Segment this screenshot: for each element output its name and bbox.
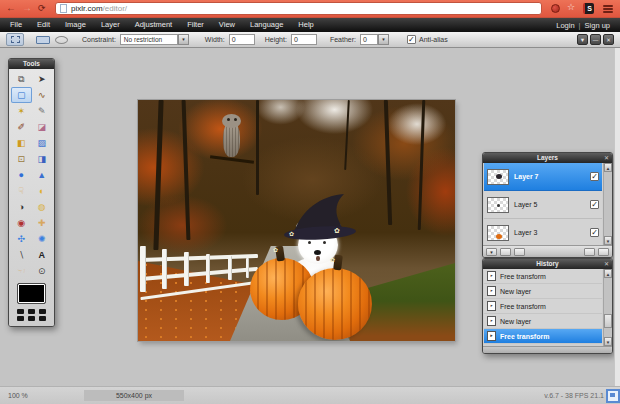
- toolbar-collapse-icon[interactable]: ▼: [577, 34, 588, 45]
- tool-dodge[interactable]: ◐: [32, 183, 53, 199]
- canvas-image[interactable]: ✿ ✿ ✿ ✿: [138, 100, 455, 341]
- layer-settings-button[interactable]: ▼: [486, 248, 497, 256]
- tool-clone-stamp[interactable]: ⊡: [11, 151, 32, 167]
- feather-dropdown-icon[interactable]: ▼: [378, 34, 389, 45]
- width-input[interactable]: 0: [229, 34, 255, 45]
- toolbar-minimize-icon[interactable]: —: [590, 34, 601, 45]
- feather-input[interactable]: 0: [360, 34, 378, 45]
- height-input[interactable]: 0: [291, 34, 317, 45]
- layer-visibility-checkbox[interactable]: ✓: [590, 200, 599, 209]
- layer-row[interactable]: Layer 5✓: [484, 191, 602, 219]
- sharpen-icon: ▲: [37, 171, 46, 180]
- tool-zoom[interactable]: ⊙: [32, 263, 53, 279]
- tool-spot-heal[interactable]: ✚: [32, 215, 53, 231]
- history-step[interactable]: ‣New layer: [484, 314, 602, 329]
- menu-layer[interactable]: Layer: [101, 18, 120, 32]
- menu-file[interactable]: File: [10, 18, 22, 32]
- tool-sponge[interactable]: ◍: [32, 199, 53, 215]
- layer-thumbnail[interactable]: [487, 197, 509, 213]
- tool-marquee[interactable]: ▢: [11, 87, 32, 103]
- tool-color-replace[interactable]: ◨: [32, 151, 53, 167]
- tool-brush[interactable]: ✐: [11, 119, 32, 135]
- extension-icon[interactable]: S: [583, 3, 594, 14]
- constraint-select[interactable]: No restriction: [120, 34, 178, 45]
- history-step-label: Free transform: [500, 333, 549, 340]
- tool-gradient[interactable]: ▨: [32, 135, 53, 151]
- menu-adjustment[interactable]: Adjustment: [135, 18, 173, 32]
- owl-eye: [227, 118, 230, 121]
- constraint-dropdown-icon[interactable]: ▼: [178, 34, 189, 45]
- move-icon: ➤: [38, 75, 46, 84]
- layers-scrollbar[interactable]: ▲ ▼: [603, 163, 612, 245]
- scrollbar-thumb[interactable]: [604, 314, 612, 328]
- tool-move[interactable]: ➤: [32, 71, 53, 87]
- layer-thumbnail[interactable]: [487, 225, 509, 241]
- tool-colorpicker[interactable]: ∖: [11, 247, 32, 263]
- tool-sharpen[interactable]: ▲: [32, 167, 53, 183]
- tool-paint-bucket[interactable]: ◧: [11, 135, 32, 151]
- history-step[interactable]: ‣Free transform: [484, 329, 602, 344]
- menu-image[interactable]: Image: [65, 18, 86, 32]
- current-tool-marquee-button[interactable]: [6, 33, 24, 46]
- signup-link[interactable]: Sign up: [585, 21, 610, 30]
- browser-back-icon[interactable]: ←: [6, 1, 16, 15]
- menu-language[interactable]: Language: [250, 18, 283, 32]
- layer-row[interactable]: Layer 3✓: [484, 219, 602, 247]
- history-step[interactable]: ‣New layer: [484, 284, 602, 299]
- scroll-up-icon[interactable]: ▲: [604, 269, 612, 278]
- history-step[interactable]: ‣Free transform: [484, 269, 602, 284]
- page-scrollbar[interactable]: [614, 48, 620, 386]
- fence-post: [228, 256, 232, 280]
- tool-blur[interactable]: ●: [11, 167, 32, 183]
- ellipse-shape-button[interactable]: [55, 36, 68, 44]
- menu-view[interactable]: View: [219, 18, 235, 32]
- browser-reload-icon[interactable]: ⟳: [38, 1, 46, 15]
- tool-pencil[interactable]: ✎: [32, 103, 53, 119]
- tool-crop[interactable]: ⧉: [11, 71, 32, 87]
- menu-help[interactable]: Help: [298, 18, 313, 32]
- layers-panel-title[interactable]: Layers✕: [483, 153, 612, 163]
- address-bar[interactable]: pixlr.com/editor/: [55, 2, 542, 15]
- menu-edit[interactable]: Edit: [37, 18, 50, 32]
- layers-close-icon[interactable]: ✕: [604, 153, 609, 163]
- tools-grid: ⧉➤▢∿✶✎✐◪◧▨⊡◨●▲☟◐◑◍◉✚✣✺∖A☜⊙: [11, 71, 52, 279]
- toolbar-close-icon[interactable]: ✕: [603, 34, 614, 45]
- antialias-checkbox[interactable]: ✓: [407, 35, 416, 44]
- bookmark-star-icon[interactable]: ☆: [567, 2, 575, 12]
- tool-smudge[interactable]: ☟: [11, 183, 32, 199]
- tools-panel-title[interactable]: Tools: [9, 59, 54, 69]
- layer-visibility-checkbox[interactable]: ✓: [590, 228, 599, 237]
- scroll-down-icon[interactable]: ▼: [604, 236, 612, 245]
- tool-hand[interactable]: ☜: [11, 263, 32, 279]
- rectangle-shape-button[interactable]: [36, 36, 50, 44]
- tool-bloat[interactable]: ✣: [11, 231, 32, 247]
- browser-forward-icon[interactable]: →: [22, 1, 32, 15]
- login-link[interactable]: Login: [556, 21, 574, 30]
- history-close-icon[interactable]: ✕: [604, 259, 609, 269]
- tool-burn[interactable]: ◑: [11, 199, 32, 215]
- color-swatch[interactable]: [17, 283, 46, 304]
- new-layer-button[interactable]: [584, 248, 595, 256]
- tool-red-eye[interactable]: ◉: [11, 215, 32, 231]
- adblock-extension-icon[interactable]: [551, 4, 560, 13]
- clone-stamp-icon: ⊡: [17, 155, 25, 164]
- scroll-down-icon[interactable]: ▼: [604, 337, 612, 346]
- history-scrollbar[interactable]: ▲ ▼: [603, 269, 612, 346]
- tool-wand[interactable]: ✶: [11, 103, 32, 119]
- flash-resize-icon[interactable]: [606, 389, 620, 403]
- history-panel-title[interactable]: History✕: [483, 259, 612, 269]
- history-step[interactable]: ‣Free transform: [484, 299, 602, 314]
- layer-mask-button[interactable]: [500, 248, 511, 256]
- browser-menu-icon[interactable]: [603, 5, 613, 14]
- layer-visibility-checkbox[interactable]: ✓: [590, 172, 599, 181]
- scroll-up-icon[interactable]: ▲: [604, 163, 612, 172]
- menu-filter[interactable]: Filter: [187, 18, 204, 32]
- tool-type[interactable]: A: [32, 247, 53, 263]
- layer-row[interactable]: Layer 7✓: [484, 163, 602, 191]
- layer-style-button[interactable]: [514, 248, 525, 256]
- tool-lasso[interactable]: ∿: [32, 87, 53, 103]
- layer-thumbnail[interactable]: [487, 169, 509, 185]
- tool-pinch[interactable]: ✺: [32, 231, 53, 247]
- tool-eraser[interactable]: ◪: [32, 119, 53, 135]
- delete-layer-button[interactable]: [598, 248, 609, 256]
